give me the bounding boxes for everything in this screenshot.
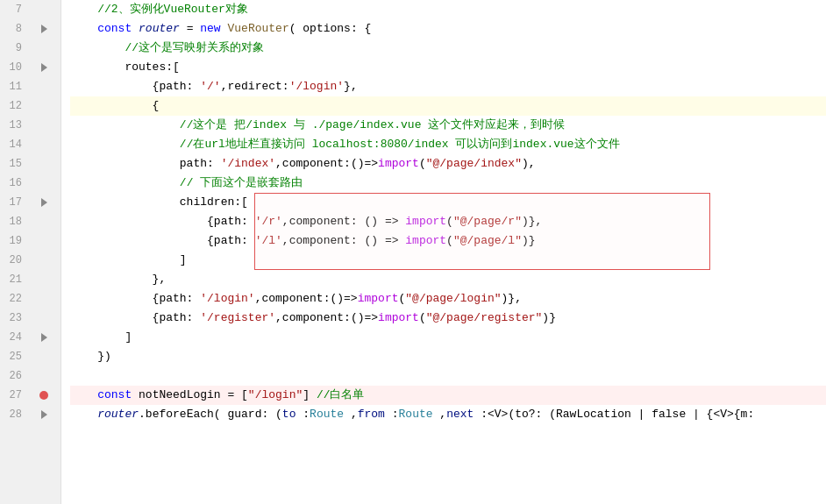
gutter-icon[interactable] xyxy=(31,391,57,400)
line-number: 21 xyxy=(0,273,31,286)
line-number: 23 xyxy=(0,312,31,324)
token: router xyxy=(97,405,139,424)
token: ( xyxy=(399,289,406,309)
gutter-icon[interactable] xyxy=(31,198,57,207)
token: ( xyxy=(446,212,453,231)
token: "/login" xyxy=(248,386,303,405)
token: }) xyxy=(70,347,111,366)
token: '/register' xyxy=(200,309,275,328)
gutter-row: 15 xyxy=(0,154,61,174)
token: VueRouter xyxy=(227,19,288,39)
gutter-row: 12 xyxy=(0,96,61,116)
code-line: {path: '/r',component: () => import("@/p… xyxy=(70,212,826,231)
token: )} xyxy=(522,231,536,251)
line-number: 27 xyxy=(0,389,31,401)
token: :<V>(to?: (RawLocation | false | {<V>{m: xyxy=(474,405,754,424)
token: : xyxy=(385,405,399,424)
gutter-row: 8 xyxy=(0,19,61,39)
token: , xyxy=(344,405,358,424)
line-number: 26 xyxy=(0,370,31,382)
token: )}, xyxy=(502,289,522,309)
token: const xyxy=(97,386,132,405)
token: //这个是写映射关系的对象 xyxy=(125,39,264,58)
collapse-icon[interactable] xyxy=(41,410,47,419)
gutter-row: 21 xyxy=(0,270,61,289)
token: Route xyxy=(310,405,344,424)
token: '/r' xyxy=(255,212,282,231)
token: ] xyxy=(303,386,317,405)
token: from xyxy=(358,405,385,424)
token: .beforeEach( guard: ( xyxy=(139,405,282,424)
code-line: }, xyxy=(70,270,826,289)
line-number: 18 xyxy=(0,216,31,228)
code-editor: 7891011121314151617181920212223242526272… xyxy=(0,0,826,504)
token: ,redirect: xyxy=(221,77,289,96)
gutter-row: 27 xyxy=(0,386,61,405)
line-number: 24 xyxy=(0,331,31,344)
token: }, xyxy=(70,270,166,289)
token: "@/page/index" xyxy=(426,154,522,174)
token: new xyxy=(200,19,220,39)
code-area[interactable]: //2、实例化VueRouter对象 const router = new Vu… xyxy=(61,0,826,504)
token: '/login' xyxy=(289,77,344,96)
gutter-row: 19 xyxy=(0,231,61,251)
token: {path: xyxy=(70,212,255,231)
code-line: //这个是 把/index 与 ./page/index.vue 这个文件对应起… xyxy=(70,116,826,135)
token: const xyxy=(97,19,132,39)
token: = xyxy=(180,19,200,39)
gutter-row: 7 xyxy=(0,0,61,19)
token: ,component: () => xyxy=(282,231,405,251)
line-number: 16 xyxy=(0,177,31,189)
gutter-row: 11 xyxy=(0,77,61,96)
code-line: path: '/index',component:()=>import("@/p… xyxy=(70,154,826,174)
code-line: //在url地址栏直接访问 localhost:8080/index 可以访问到… xyxy=(70,135,826,154)
code-line: {path: '/login',component:()=>import("@/… xyxy=(70,289,826,309)
token: )}, xyxy=(522,212,542,231)
token: Route xyxy=(399,405,433,424)
token: ,component:()=> xyxy=(275,154,378,174)
line-number: 11 xyxy=(0,81,31,93)
code-line: routes:[ xyxy=(70,58,826,77)
token: '/login' xyxy=(200,289,254,309)
token: {path: xyxy=(70,77,200,96)
token xyxy=(70,135,180,154)
collapse-icon[interactable] xyxy=(41,63,47,72)
line-number: 22 xyxy=(0,293,31,305)
token: "@/page/register" xyxy=(426,309,543,328)
token: import xyxy=(405,231,446,251)
gutter-icon[interactable] xyxy=(31,410,57,419)
token: ] xyxy=(70,328,132,347)
code-line: }) xyxy=(70,347,826,366)
code-line: ] xyxy=(70,251,826,270)
gutter-icon[interactable] xyxy=(31,25,57,33)
gutter-row: 10 xyxy=(0,58,61,77)
gutter-row: 18 xyxy=(0,212,61,231)
gutter-icon[interactable] xyxy=(31,333,57,342)
collapse-icon[interactable] xyxy=(41,25,47,33)
collapse-icon[interactable] xyxy=(41,198,47,207)
code-line: const notNeedLogin = ["/login"] //白名单 xyxy=(70,386,826,405)
token: import xyxy=(358,289,399,309)
breakpoint-icon[interactable] xyxy=(39,391,48,400)
gutter-row: 24 xyxy=(0,328,61,347)
token: "@/page/login" xyxy=(405,289,501,309)
gutter-row: 23 xyxy=(0,309,61,328)
collapse-icon[interactable] xyxy=(41,333,47,342)
line-number: 20 xyxy=(0,254,31,266)
token: ), xyxy=(522,154,536,174)
gutter-row: 22 xyxy=(0,289,61,309)
gutter-row: 28 xyxy=(0,405,61,424)
line-number: 25 xyxy=(0,351,31,363)
gutter-row: 16 xyxy=(0,174,61,193)
code-line: children:[ xyxy=(70,193,826,212)
gutter-icon[interactable] xyxy=(31,63,57,72)
code-line: // 下面这个是嵌套路由 xyxy=(70,174,826,193)
token: { xyxy=(70,96,159,116)
gutter-row: 17 xyxy=(0,193,61,212)
line-number: 13 xyxy=(0,119,31,131)
line-number: 15 xyxy=(0,158,31,170)
gutter-row: 25 xyxy=(0,347,61,366)
token: to xyxy=(282,405,296,424)
token xyxy=(70,39,125,58)
code-line: {path: '/register',component:()=>import(… xyxy=(70,309,826,328)
